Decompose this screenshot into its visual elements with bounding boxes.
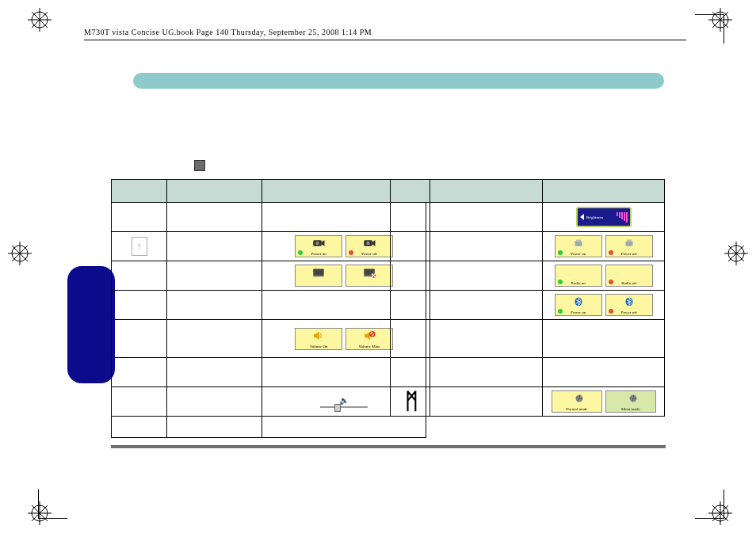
osd-normal-mode-icon: Normal mode bbox=[552, 390, 602, 413]
key-icon: ? bbox=[132, 237, 147, 256]
col-header bbox=[543, 180, 665, 203]
svg-rect-45 bbox=[575, 242, 582, 246]
osd-bluetooth-on-icon: Power on bbox=[555, 294, 602, 316]
table-row bbox=[112, 291, 426, 320]
osd-camera-off-icon: Power off bbox=[346, 235, 393, 257]
footer-rule bbox=[111, 445, 666, 448]
table-row-volslider: 🔉 bbox=[112, 387, 426, 417]
inline-icon bbox=[194, 160, 205, 171]
osd-touchpad-on-icon bbox=[295, 265, 342, 287]
crop-mark-top-left bbox=[28, 8, 52, 32]
table-row-brightness: Brightness bbox=[391, 203, 665, 232]
osd-label: Power on bbox=[311, 252, 326, 256]
osd-volume-slider-icon: 🔉 bbox=[316, 392, 372, 411]
svg-rect-47 bbox=[625, 242, 632, 246]
osd-label: Volume On bbox=[310, 345, 328, 348]
osd-touchpad-off-icon bbox=[346, 265, 393, 287]
osd-label: Power off bbox=[621, 310, 637, 314]
table-row-touchpad bbox=[112, 261, 426, 291]
osd-label: Normal mode bbox=[566, 407, 588, 411]
osd-label: Power on bbox=[571, 252, 586, 256]
col-header bbox=[112, 180, 167, 203]
svg-rect-34 bbox=[313, 269, 324, 276]
osd-volume-mute-icon: Volume Mute bbox=[346, 328, 393, 350]
osd-wlan-on-icon: Power on bbox=[555, 235, 602, 257]
osd-bluetooth-off-icon: Power off bbox=[605, 294, 653, 316]
svg-rect-38 bbox=[364, 275, 369, 276]
table-header-row bbox=[112, 180, 426, 203]
svg-rect-36 bbox=[319, 275, 324, 276]
osd-label: Volume Mute bbox=[359, 345, 380, 348]
osd-camera-on-icon: Power on bbox=[295, 235, 342, 257]
table-row-volume: Volume On Volume Mute bbox=[112, 320, 426, 358]
osd-radio-on-icon: Radio on bbox=[555, 265, 602, 287]
table-row-radio: Radio on Radio off bbox=[391, 261, 665, 291]
table-row bbox=[391, 320, 665, 358]
table-row-mode: ᛗ Normal mode Silent mode bbox=[391, 387, 665, 417]
osd-volume-on-icon: Volume On bbox=[295, 328, 342, 350]
table-row bbox=[112, 358, 426, 387]
osd-label: Power on bbox=[571, 310, 586, 314]
osd-wlan-off-icon: Power off bbox=[605, 235, 653, 257]
section-title-bar bbox=[133, 73, 664, 89]
corner-frame-tr bbox=[695, 14, 724, 44]
corner-frame-bl bbox=[38, 489, 67, 519]
svg-rect-48 bbox=[627, 240, 632, 242]
osd-label: Power off bbox=[621, 252, 637, 256]
corner-frame-br bbox=[695, 489, 724, 519]
osd-label: Brightness bbox=[586, 215, 603, 219]
osd-radio-off-icon: Radio off bbox=[605, 265, 653, 287]
header-rule bbox=[84, 40, 686, 40]
table-row bbox=[391, 358, 665, 387]
svg-point-33 bbox=[366, 242, 370, 246]
osd-silent-mode-icon: Silent mode bbox=[605, 390, 656, 413]
table-row bbox=[112, 417, 426, 438]
col-header bbox=[391, 180, 430, 203]
osd-label: Power off bbox=[361, 252, 377, 256]
function-keys-table-left: ? Power on Power off bbox=[111, 179, 426, 438]
logo-icon: ᛗ bbox=[405, 389, 416, 413]
col-header bbox=[167, 180, 262, 203]
table-row bbox=[112, 203, 426, 232]
svg-rect-46 bbox=[576, 240, 581, 242]
svg-rect-35 bbox=[313, 275, 319, 276]
svg-line-44 bbox=[371, 332, 375, 336]
crop-mark-mid-right bbox=[724, 242, 748, 265]
svg-point-31 bbox=[315, 242, 319, 246]
crop-mark-mid-left bbox=[8, 242, 32, 265]
osd-label: Silent mode bbox=[621, 407, 640, 411]
osd-label: Radio on bbox=[571, 281, 586, 285]
table-row-wlan: Power on Power off bbox=[391, 232, 665, 261]
table-header-row bbox=[391, 180, 665, 203]
osd-label: Radio off bbox=[621, 281, 636, 285]
page-thumb-tab bbox=[67, 266, 115, 383]
table-row-camera: ? Power on Power off bbox=[112, 232, 426, 261]
function-keys-table-right: Brightness Power on Power off bbox=[390, 179, 665, 417]
col-header bbox=[430, 180, 543, 203]
page-header-meta: M730T vista Concise UG.book Page 140 Thu… bbox=[84, 28, 372, 36]
osd-brightness-icon: Brightness bbox=[576, 207, 632, 227]
table-row-bt: Power on Power off bbox=[391, 291, 665, 320]
